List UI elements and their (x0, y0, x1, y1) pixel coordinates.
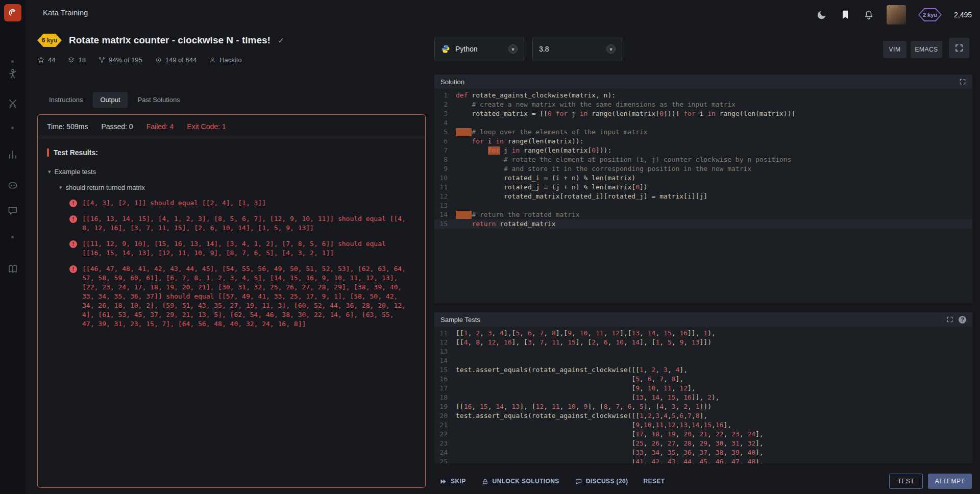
kata-stats: 44 18 94% of 195 149 of 644 Hackito (37, 56, 254, 64)
run-failed: Failed: 4 (146, 122, 174, 131)
test-suite-toggle[interactable]: ▾ Example tests (48, 168, 416, 176)
failed-assertion-text: [[46, 47, 48, 41, 42, 43, 44, 45], [54, … (82, 264, 409, 329)
python-icon (441, 44, 450, 54)
stat-author[interactable]: Hackito (209, 56, 241, 64)
dropdown-chevron-icon: ▾ (508, 44, 518, 54)
rail-dot (11, 127, 14, 129)
language-value: Python (455, 45, 478, 53)
layers-icon (67, 56, 75, 64)
topbar-actions: 2 kyu 2,495 (816, 0, 972, 30)
version-select[interactable]: 3.8 ▾ (532, 37, 622, 61)
solution-header: Solution (434, 75, 972, 89)
tab-output[interactable]: Output (93, 92, 127, 108)
failed-assertion: ! [[16, 13, 14, 15], [4, 1, 2, 3], [8, 5… (47, 214, 416, 233)
codewars-logo[interactable] (4, 4, 21, 21)
kata-title[interactable]: Rotate matrix counter - clockwise N - ti… (69, 35, 271, 46)
failed-assertion-text: [[11, 12, 9, 10], [15, 16, 13, 14], [3, … (82, 239, 409, 258)
discuss-icon (575, 478, 582, 485)
solution-title: Solution (440, 78, 464, 86)
failure-list: ! [[4, 3], [2, 1]] should equal [[2, 4],… (47, 199, 416, 329)
stat-stars: 44 (37, 56, 55, 64)
page-title: Kata Training (43, 8, 88, 17)
run-status-bar: Time: 509ms Passed: 0 Failed: 4 Exit Cod… (38, 115, 425, 138)
discuss-button[interactable]: DISCUSS (20) (575, 478, 628, 485)
user-rank-label: 2 kyu (923, 12, 937, 18)
sparring-icon[interactable] (7, 68, 18, 80)
stat-completions: 149 of 644 (155, 56, 197, 64)
expand-icon (954, 43, 964, 53)
person-icon (209, 56, 216, 64)
failed-assertion-text: [[4, 3], [2, 1]] should equal [[2, 4], [… (82, 199, 266, 208)
failed-assertion-text: [[16, 13, 14, 15], [4, 1, 2, 3], [8, 5, … (82, 214, 409, 233)
fullscreen-button[interactable] (949, 38, 969, 58)
test-suite-label: Example tests (55, 168, 96, 176)
rail-dot (11, 60, 14, 63)
leaderboard-icon[interactable] (7, 149, 18, 160)
notifications-icon[interactable] (863, 9, 874, 20)
kata-rank-badge: 6 kyu (37, 34, 62, 47)
chevron-down-icon: ▾ (59, 184, 62, 191)
emacs-button[interactable]: EMACS (911, 41, 942, 58)
attempt-button[interactable]: ATTEMPT (928, 474, 972, 489)
skip-icon (439, 478, 447, 485)
sample-tests-editor[interactable]: 11[[1, 2, 3, 4],[5, 6, 7, 8],[9, 10, 11,… (434, 327, 972, 463)
completed-check-icon: ✓ (278, 36, 284, 45)
unlock-label: UNLOCK SOLUTIONS (493, 478, 559, 485)
stat-collections: 18 (67, 56, 85, 64)
test-case-label: should return turned matrix (66, 184, 145, 191)
left-tabs: Instructions Output Past Solutions (42, 92, 187, 108)
stat-collections-value: 18 (78, 56, 85, 64)
failed-assertion: ! [[11, 12, 9, 10], [15, 16, 13, 14], [3… (47, 239, 416, 258)
sample-tests-title: Sample Tests (440, 316, 480, 324)
left-nav-rail (0, 0, 26, 494)
avatar[interactable] (887, 5, 906, 24)
failed-icon: ! (69, 200, 77, 207)
rail-dot (11, 236, 14, 238)
vim-button[interactable]: VIM (883, 41, 906, 58)
chat-icon[interactable] (7, 205, 18, 216)
bookmark-icon[interactable] (840, 9, 851, 20)
output-panel: Time: 509ms Passed: 0 Failed: 4 Exit Cod… (37, 114, 426, 488)
run-time: Time: 509ms (47, 122, 88, 131)
failed-assertion: ! [[4, 3], [2, 1]] should equal [[2, 4],… (47, 199, 416, 208)
discord-icon[interactable] (7, 180, 18, 191)
run-exit-code: Exit Code: 1 (187, 122, 226, 131)
kata-header: 6 kyu Rotate matrix counter - clockwise … (37, 34, 284, 47)
test-button[interactable]: TEST (889, 474, 923, 489)
solution-editor[interactable]: 1def rotate_against_clockwise(matrix, n)… (434, 89, 972, 303)
failed-icon: ! (69, 215, 77, 223)
stat-completions-value: 149 of 644 (165, 56, 197, 64)
help-icon[interactable]: ? (959, 316, 966, 324)
tab-instructions[interactable]: Instructions (42, 92, 90, 108)
reset-label: RESET (644, 478, 665, 485)
bottom-action-bar: SKIP UNLOCK SOLUTIONS DISCUSS (20) RESET… (439, 474, 972, 489)
lock-icon (481, 478, 489, 485)
unlock-solutions-button[interactable]: UNLOCK SOLUTIONS (481, 478, 559, 485)
stat-satisfaction: 94% of 195 (98, 56, 142, 64)
test-results-body: Test Results: ▾ Example tests ▾ should r… (38, 138, 425, 487)
test-case-toggle[interactable]: ▾ should return turned matrix (59, 184, 416, 191)
tab-past-solutions[interactable]: Past Solutions (131, 92, 187, 108)
expand-icon[interactable] (946, 316, 953, 323)
star-icon (37, 56, 45, 64)
fork-icon (98, 56, 106, 64)
stat-author-value: Hackito (219, 56, 241, 64)
honor-points: 2,495 (954, 11, 972, 19)
docs-icon[interactable] (7, 263, 18, 275)
language-select[interactable]: Python ▾ (434, 37, 524, 61)
failed-icon: ! (69, 240, 77, 248)
failed-assertion: ! [[46, 47, 48, 41, 42, 43, 44, 45], [54… (47, 264, 416, 329)
version-value: 3.8 (539, 45, 549, 53)
run-passed: Passed: 0 (101, 122, 133, 131)
expand-icon[interactable] (959, 78, 966, 85)
test-results-title: Test Results: (47, 149, 416, 157)
dark-mode-icon[interactable] (816, 9, 827, 20)
sample-tests-header: Sample Tests ? (434, 312, 972, 327)
user-rank-badge[interactable]: 2 kyu (918, 8, 942, 21)
stat-satisfaction-value: 94% of 195 (109, 56, 142, 64)
skip-button[interactable]: SKIP (439, 478, 466, 485)
failed-icon: ! (69, 265, 77, 273)
kata-swords-icon[interactable] (7, 98, 18, 109)
skip-label: SKIP (451, 478, 466, 485)
reset-button[interactable]: RESET (644, 478, 665, 485)
